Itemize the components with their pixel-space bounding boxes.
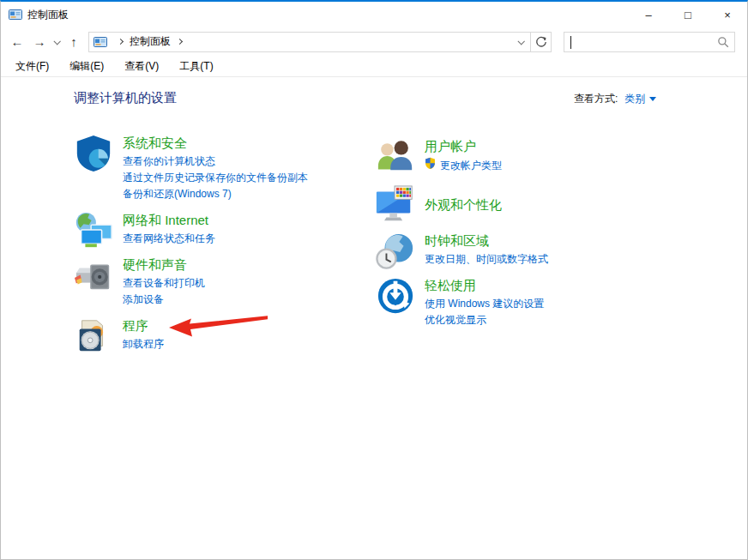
category-title-network-internet[interactable]: 网络和 Internet bbox=[123, 212, 208, 229]
window-controls: – □ × bbox=[629, 2, 747, 27]
titlebar: 控制面板 – □ × bbox=[1, 2, 747, 27]
menu-edit[interactable]: 编辑(E) bbox=[62, 57, 112, 76]
uac-shield-icon bbox=[425, 157, 436, 174]
breadcrumb-separator-icon[interactable] bbox=[177, 39, 183, 45]
menu-file[interactable]: 文件(F) bbox=[8, 57, 57, 76]
control-panel-icon bbox=[94, 35, 107, 49]
control-panel-icon bbox=[9, 8, 22, 21]
category-title-programs[interactable]: 程序 bbox=[123, 317, 148, 334]
category-title-system-security[interactable]: 系统和安全 bbox=[123, 135, 187, 152]
link-windows-suggested-settings[interactable]: 使用 Windows 建议的设置 bbox=[425, 296, 544, 312]
link-view-devices-printers[interactable]: 查看设备和打印机 bbox=[123, 275, 205, 292]
search-input[interactable] bbox=[564, 33, 712, 51]
address-dropdown-button[interactable] bbox=[511, 33, 530, 51]
recent-locations-button[interactable] bbox=[51, 31, 63, 53]
back-button[interactable]: ← bbox=[6, 31, 28, 53]
link-add-device[interactable]: 添加设备 bbox=[123, 292, 164, 308]
control-panel-window: 控制面板 – □ × ← → ↑ 控制面板 bbox=[0, 0, 748, 560]
link-review-computer-status[interactable]: 查看你的计算机状态 bbox=[123, 154, 215, 170]
link-optimize-visual-display[interactable]: 优化视觉显示 bbox=[425, 312, 486, 328]
category-title-clock-region[interactable]: 时钟和区域 bbox=[425, 232, 489, 250]
close-button[interactable]: × bbox=[708, 2, 747, 27]
appearance-personalization-icon[interactable] bbox=[376, 185, 415, 225]
link-view-network-status[interactable]: 查看网络状态和任务 bbox=[123, 231, 215, 247]
link-change-date-time-formats[interactable]: 更改日期、时间或数字格式 bbox=[425, 251, 548, 268]
ease-of-access-icon[interactable] bbox=[376, 276, 415, 316]
menu-tools[interactable]: 工具(T) bbox=[172, 57, 220, 76]
category-hardware-sound: 硬件和声音 查看设备和打印机 添加设备 bbox=[74, 256, 374, 308]
search-box bbox=[564, 32, 735, 52]
link-change-account-type-label: 更改帐户类型 bbox=[440, 158, 502, 174]
menu-view[interactable]: 查看(V) bbox=[117, 57, 166, 76]
link-change-account-type[interactable]: 更改帐户类型 bbox=[425, 157, 502, 174]
view-by-control: 查看方式: 类别 bbox=[574, 92, 656, 106]
category-network-internet: 网络和 Internet 查看网络状态和任务 bbox=[74, 211, 374, 250]
window-title: 控制面板 bbox=[27, 8, 69, 22]
category-column-right: 用户帐户 更改帐户类型 bbox=[376, 134, 719, 328]
address-bar[interactable]: 控制面板 bbox=[88, 32, 531, 52]
programs-icon[interactable] bbox=[74, 316, 113, 356]
system-security-icon[interactable] bbox=[74, 134, 113, 173]
maximize-button[interactable]: □ bbox=[668, 2, 708, 27]
chevron-down-icon bbox=[517, 38, 524, 45]
category-title-appearance[interactable]: 外观和个性化 bbox=[425, 196, 502, 214]
category-programs: 程序 卸载程序 bbox=[74, 316, 374, 356]
view-by-label: 查看方式: bbox=[574, 92, 618, 106]
navigation-bar: ← → ↑ 控制面板 bbox=[1, 28, 747, 55]
search-icon bbox=[712, 33, 734, 51]
breadcrumb-separator-icon[interactable] bbox=[118, 39, 124, 45]
refresh-button[interactable] bbox=[531, 32, 552, 52]
category-ease-of-access: 轻松使用 使用 Windows 建议的设置 优化视觉显示 bbox=[376, 276, 719, 328]
forward-button[interactable]: → bbox=[28, 31, 51, 53]
link-backup-restore-win7[interactable]: 备份和还原(Windows 7) bbox=[123, 186, 232, 202]
minimize-button[interactable]: – bbox=[629, 2, 668, 27]
link-file-history-backup[interactable]: 通过文件历史记录保存你的文件备份副本 bbox=[123, 170, 308, 186]
page-title: 调整计算机的设置 bbox=[74, 90, 177, 106]
category-title-ease-of-access[interactable]: 轻松使用 bbox=[425, 277, 476, 294]
category-system-security: 系统和安全 查看你的计算机状态 通过文件历史记录保存你的文件备份副本 备份和还原… bbox=[74, 134, 374, 202]
hardware-sound-icon[interactable] bbox=[74, 256, 113, 295]
content-area: 调整计算机的设置 查看方式: 类别 系统和安全 bbox=[1, 77, 747, 559]
menu-bar: 文件(F) 编辑(E) 查看(V) 工具(T) bbox=[1, 56, 747, 77]
text-caret bbox=[570, 36, 571, 49]
category-title-hardware-sound[interactable]: 硬件和声音 bbox=[123, 256, 187, 274]
category-clock-region: 时钟和区域 更改日期、时间或数字格式 bbox=[376, 232, 719, 271]
category-title-user-accounts[interactable]: 用户帐户 bbox=[425, 138, 476, 155]
refresh-icon bbox=[535, 36, 547, 48]
category-column-left: 系统和安全 查看你的计算机状态 通过文件历史记录保存你的文件备份副本 备份和还原… bbox=[74, 134, 374, 356]
clock-region-icon[interactable] bbox=[376, 232, 415, 271]
category-appearance-personalization: 外观和个性化 bbox=[376, 185, 719, 225]
up-button[interactable]: ↑ bbox=[63, 31, 85, 53]
view-by-dropdown[interactable]: 类别 bbox=[624, 92, 645, 106]
user-accounts-icon[interactable] bbox=[376, 137, 415, 177]
category-user-accounts: 用户帐户 更改帐户类型 bbox=[376, 137, 719, 177]
chevron-down-icon bbox=[53, 38, 60, 45]
breadcrumb-location[interactable]: 控制面板 bbox=[130, 34, 171, 49]
network-internet-icon[interactable] bbox=[74, 211, 113, 250]
dropdown-triangle-icon[interactable] bbox=[649, 97, 656, 101]
link-uninstall-program[interactable]: 卸载程序 bbox=[123, 336, 164, 352]
